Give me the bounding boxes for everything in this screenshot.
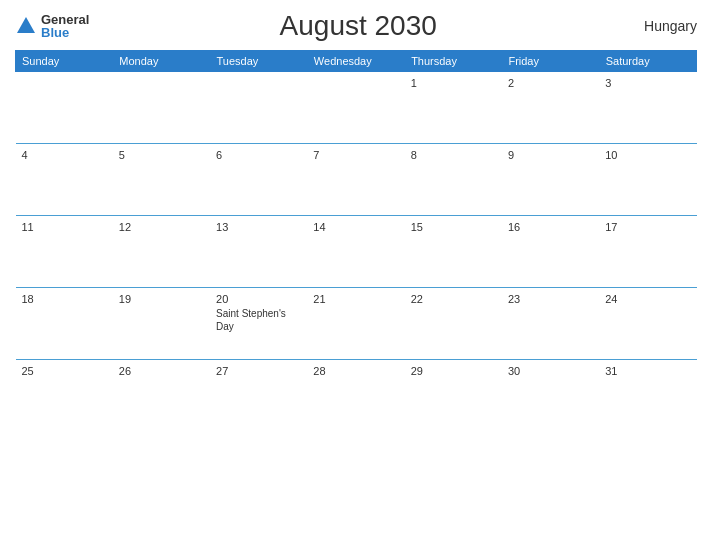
day-number: 5 xyxy=(119,149,204,161)
day-number: 17 xyxy=(605,221,690,233)
day-number: 25 xyxy=(22,365,107,377)
table-row: 12 xyxy=(113,216,210,288)
day-number: 7 xyxy=(313,149,398,161)
col-tuesday: Tuesday xyxy=(210,51,307,72)
calendar-header-row: Sunday Monday Tuesday Wednesday Thursday… xyxy=(16,51,697,72)
day-number: 6 xyxy=(216,149,301,161)
table-row: 21 xyxy=(307,288,404,360)
calendar-header: General Blue August 2030 Hungary xyxy=(15,10,697,42)
day-number: 1 xyxy=(411,77,496,89)
table-row: 14 xyxy=(307,216,404,288)
table-row: 25 xyxy=(16,360,113,432)
col-saturday: Saturday xyxy=(599,51,696,72)
table-row: 23 xyxy=(502,288,599,360)
table-row: 30 xyxy=(502,360,599,432)
svg-marker-0 xyxy=(17,17,35,33)
day-number: 29 xyxy=(411,365,496,377)
day-number: 16 xyxy=(508,221,593,233)
day-number: 3 xyxy=(605,77,690,89)
day-number: 19 xyxy=(119,293,204,305)
calendar-week-row: 181920Saint Stephen's Day21222324 xyxy=(16,288,697,360)
day-number: 2 xyxy=(508,77,593,89)
day-number: 12 xyxy=(119,221,204,233)
table-row: 3 xyxy=(599,72,696,144)
day-number: 22 xyxy=(411,293,496,305)
col-thursday: Thursday xyxy=(405,51,502,72)
calendar-page: General Blue August 2030 Hungary Sunday … xyxy=(0,0,712,550)
logo-icon xyxy=(15,15,37,37)
day-number: 8 xyxy=(411,149,496,161)
col-friday: Friday xyxy=(502,51,599,72)
day-number: 21 xyxy=(313,293,398,305)
day-number: 30 xyxy=(508,365,593,377)
table-row: 17 xyxy=(599,216,696,288)
day-number: 31 xyxy=(605,365,690,377)
table-row: 20Saint Stephen's Day xyxy=(210,288,307,360)
table-row: 19 xyxy=(113,288,210,360)
calendar-week-row: 45678910 xyxy=(16,144,697,216)
calendar-table: Sunday Monday Tuesday Wednesday Thursday… xyxy=(15,50,697,432)
table-row: 9 xyxy=(502,144,599,216)
day-number: 18 xyxy=(22,293,107,305)
day-number: 27 xyxy=(216,365,301,377)
event-label: Saint Stephen's Day xyxy=(216,307,301,333)
day-number: 26 xyxy=(119,365,204,377)
table-row: 24 xyxy=(599,288,696,360)
day-number: 9 xyxy=(508,149,593,161)
table-row xyxy=(16,72,113,144)
day-number: 28 xyxy=(313,365,398,377)
day-number: 14 xyxy=(313,221,398,233)
table-row: 18 xyxy=(16,288,113,360)
day-number: 24 xyxy=(605,293,690,305)
day-number: 13 xyxy=(216,221,301,233)
calendar-title: August 2030 xyxy=(89,10,627,42)
table-row: 10 xyxy=(599,144,696,216)
table-row: 2 xyxy=(502,72,599,144)
day-number: 23 xyxy=(508,293,593,305)
table-row: 6 xyxy=(210,144,307,216)
day-number: 10 xyxy=(605,149,690,161)
col-monday: Monday xyxy=(113,51,210,72)
table-row: 31 xyxy=(599,360,696,432)
table-row xyxy=(210,72,307,144)
table-row: 4 xyxy=(16,144,113,216)
table-row: 1 xyxy=(405,72,502,144)
table-row: 28 xyxy=(307,360,404,432)
calendar-week-row: 25262728293031 xyxy=(16,360,697,432)
table-row: 11 xyxy=(16,216,113,288)
table-row: 8 xyxy=(405,144,502,216)
col-wednesday: Wednesday xyxy=(307,51,404,72)
table-row: 22 xyxy=(405,288,502,360)
table-row xyxy=(307,72,404,144)
table-row: 16 xyxy=(502,216,599,288)
table-row: 27 xyxy=(210,360,307,432)
table-row: 26 xyxy=(113,360,210,432)
col-sunday: Sunday xyxy=(16,51,113,72)
logo-text: General Blue xyxy=(41,13,89,39)
table-row: 15 xyxy=(405,216,502,288)
table-row: 7 xyxy=(307,144,404,216)
logo-blue: Blue xyxy=(41,26,89,39)
table-row: 5 xyxy=(113,144,210,216)
day-number: 11 xyxy=(22,221,107,233)
table-row: 13 xyxy=(210,216,307,288)
country-label: Hungary xyxy=(627,18,697,34)
logo: General Blue xyxy=(15,13,89,39)
table-row xyxy=(113,72,210,144)
calendar-week-row: 123 xyxy=(16,72,697,144)
day-number: 15 xyxy=(411,221,496,233)
calendar-week-row: 11121314151617 xyxy=(16,216,697,288)
day-number: 4 xyxy=(22,149,107,161)
table-row: 29 xyxy=(405,360,502,432)
day-number: 20 xyxy=(216,293,301,305)
